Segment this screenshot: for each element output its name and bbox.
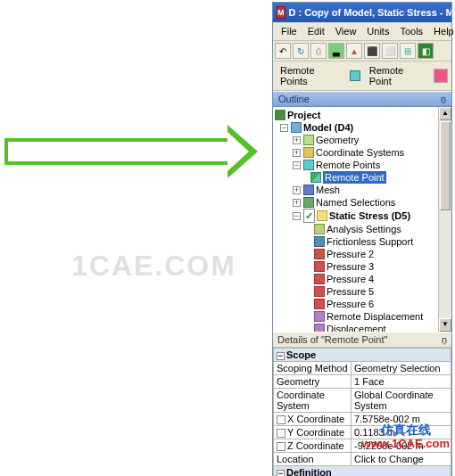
model-icon [291, 122, 302, 133]
pressure-icon [314, 261, 325, 272]
project-icon [275, 110, 285, 120]
displacement-icon [314, 311, 325, 322]
tool-8-icon[interactable]: ⊞ [400, 43, 416, 59]
window-title: D : Copy of Model, Static Stress - Mecha… [289, 7, 452, 18]
tree-p4[interactable]: Pressure 4 [275, 273, 450, 285]
tool-2-icon[interactable]: ↻ [293, 43, 309, 59]
tree-analysis-settings[interactable]: Analysis Settings [275, 223, 450, 235]
scroll-thumb[interactable] [440, 121, 451, 210]
tree-frictionless[interactable]: Frictionless Support [275, 235, 450, 248]
menu-edit[interactable]: Edit [303, 25, 329, 37]
menu-view[interactable]: View [331, 25, 361, 37]
prop-geometry-k: Geometry [274, 375, 352, 389]
expand-icon[interactable]: + [293, 199, 301, 207]
expand-icon[interactable]: + [293, 136, 301, 144]
remote-points-label[interactable]: Remote Points [277, 64, 346, 87]
displacement-icon [314, 324, 325, 332]
outline-header: Outline ņ [273, 91, 451, 107]
prop-cs-k: Coordinate System [274, 389, 352, 413]
collapse-icon[interactable]: − [293, 212, 301, 220]
menubar: File Edit View Units Tools Help ✓ [273, 22, 451, 41]
details-title: Details of "Remote Point" [277, 334, 387, 345]
scroll-down-icon[interactable]: ▼ [439, 318, 451, 332]
checkbox-y[interactable] [277, 429, 285, 438]
watermark-cn: 仿真在线 [362, 423, 450, 437]
pressure-icon [314, 249, 325, 259]
prop-scoping-method-v[interactable]: Geometry Selection [352, 362, 451, 375]
tool-4-icon[interactable]: ▃ [328, 43, 344, 59]
pressure-icon [314, 286, 325, 297]
tool-3-icon[interactable]: ⎙ [310, 43, 327, 59]
folder-icon [317, 210, 327, 221]
remote-points-icon [303, 160, 314, 170]
scrollbar[interactable]: ▲ ▼ [438, 107, 451, 332]
prop-z-k: Z Coordinate [274, 439, 352, 453]
tree-project[interactable]: Project [275, 109, 450, 121]
expand-icon[interactable]: + [293, 149, 301, 157]
support-icon [314, 236, 325, 247]
toolbar-extra-icon[interactable] [434, 69, 448, 83]
pressure-icon [314, 274, 325, 284]
watermark-brand: 仿真在线 www.1CAE.com [362, 423, 450, 450]
prop-location-v[interactable]: Click to Change [352, 453, 451, 466]
tree-mesh[interactable]: +Mesh [275, 184, 450, 196]
menu-help[interactable]: Help [429, 25, 455, 37]
outline-tree: Project −Model (D4) +Geometry +Coordinat… [273, 107, 451, 332]
remote-point-label[interactable]: Remote Point [366, 64, 431, 87]
toolbar-context: Remote Points Remote Point [273, 62, 451, 91]
group-scope[interactable]: −Scope [274, 349, 451, 362]
collapse-icon[interactable]: − [293, 161, 301, 169]
app-icon: M [277, 6, 285, 19]
tree-p6[interactable]: Pressure 6 [275, 298, 450, 310]
collapse-icon[interactable]: − [280, 124, 288, 132]
menu-units[interactable]: Units [362, 25, 393, 37]
tree-remote-disp[interactable]: Remote Displacement [275, 310, 450, 323]
details-header: Details of "Remote Point" ņ [273, 332, 451, 348]
tree-remote-points[interactable]: −Remote Points [275, 159, 450, 171]
pointer-arrow [4, 125, 263, 178]
watermark-bg: 1CAE.COM [71, 250, 236, 283]
tool-6-icon[interactable]: ⬛ [364, 43, 380, 59]
prop-y-k: Y Coordinate [274, 426, 352, 439]
details-table: −Scope Scoping MethodGeometry Selection … [273, 348, 451, 476]
tree-cs[interactable]: +Coordinate Systems [275, 146, 450, 159]
group-definition[interactable]: −Definition [274, 466, 451, 476]
tree-p2[interactable]: Pressure 2 [275, 248, 450, 260]
checkbox-z[interactable] [277, 442, 285, 451]
cs-icon [303, 147, 314, 158]
tree-disp[interactable]: Displacement [275, 323, 450, 332]
tool-9-icon[interactable]: ◧ [418, 43, 434, 59]
settings-icon [314, 224, 325, 234]
toolbar-main: ↶ ↻ ⎙ ▃ ▲ ⬛ ⬜ ⊞ ◧ [273, 41, 451, 62]
pressure-icon [314, 299, 325, 309]
menu-tools[interactable]: Tools [395, 25, 427, 37]
named-selections-icon [303, 197, 314, 208]
prop-cs-v[interactable]: Global Coordinate System [352, 389, 451, 413]
checkbox-x[interactable] [277, 415, 285, 424]
titlebar: M D : Copy of Model, Static Stress - Mec… [273, 3, 451, 22]
tree-p5[interactable]: Pressure 5 [275, 285, 450, 298]
prop-x-k: X Coordinate [274, 413, 352, 426]
prop-geometry-v[interactable]: 1 Face [352, 375, 451, 389]
tree-static[interactable]: −✓Static Stress (D5) [275, 209, 450, 223]
tree-remote-point[interactable]: Remote Point [275, 171, 450, 184]
tree-model[interactable]: −Model (D4) [275, 121, 450, 134]
tool-5-icon[interactable]: ▲ [346, 43, 362, 59]
tree-geometry[interactable]: +Geometry [275, 134, 450, 146]
prop-scoping-method-k: Scoping Method [274, 362, 352, 375]
mesh-icon [303, 185, 314, 195]
scroll-up-icon[interactable]: ▲ [439, 107, 451, 120]
tool-1-icon[interactable]: ↶ [275, 43, 291, 59]
pin-icon[interactable]: ņ [441, 94, 446, 104]
tree-named-selections[interactable]: +Named Selections [275, 196, 450, 209]
watermark-url: www.1CAE.com [362, 438, 450, 450]
menu-file[interactable]: File [277, 25, 302, 37]
tool-7-icon[interactable]: ⬜ [382, 43, 398, 59]
expand-icon[interactable]: + [293, 186, 301, 194]
remote-point-icon [350, 70, 360, 81]
tree-p3[interactable]: Pressure 3 [275, 260, 450, 273]
remote-point-icon [310, 172, 321, 183]
pin-icon[interactable]: ņ [442, 334, 447, 345]
prop-location-k: Location [274, 453, 352, 466]
status-badge-icon: ✓ [303, 209, 315, 223]
